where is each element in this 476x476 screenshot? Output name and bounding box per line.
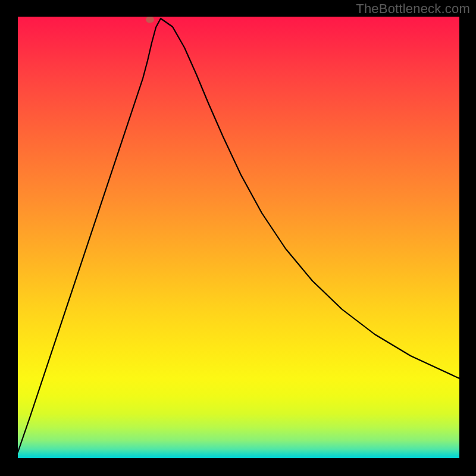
bottleneck-curve	[18, 17, 459, 458]
plot-area	[18, 17, 459, 458]
watermark-text: TheBottleneck.com	[356, 1, 470, 17]
chart-stage: TheBottleneck.com	[0, 0, 476, 476]
curve-path	[18, 18, 459, 452]
